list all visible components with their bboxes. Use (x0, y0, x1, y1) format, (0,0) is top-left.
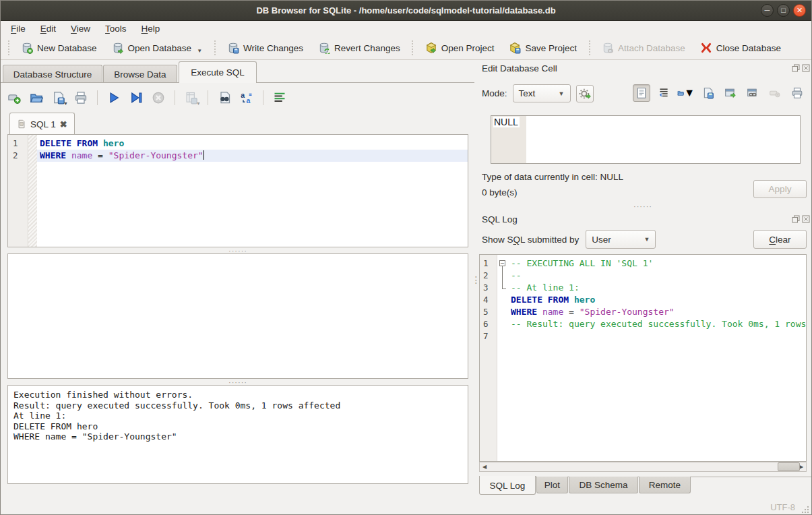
log-fold-margin[interactable]: – (497, 255, 508, 461)
new-sql-tab-button[interactable] (6, 90, 22, 106)
execute-all-button[interactable] (106, 90, 122, 106)
sql-log-viewer[interactable]: 1234567 – -- EXECUTING ALL IN 'SQL 1'---… (479, 254, 807, 462)
close-sql-tab-icon[interactable]: ✖ (60, 119, 67, 129)
menu-help[interactable]: Help (134, 22, 168, 35)
maximize-button[interactable]: □ (777, 4, 790, 17)
attach-database-button[interactable]: Attach Database (596, 39, 691, 57)
open-database-menu-caret[interactable]: ▼ (197, 48, 202, 54)
menubar: File Edit View Tools Help (1, 21, 811, 36)
open-project-button[interactable]: Open Project (419, 39, 501, 57)
editor-code-area[interactable]: DELETE FROM heroWHERE name = "Spider-You… (37, 135, 468, 247)
tab-browse-data[interactable]: Browse Data (103, 65, 177, 83)
log-code-line: -- At line 1: (508, 282, 806, 294)
float-panel-icon[interactable] (792, 215, 800, 223)
cell-mode-select[interactable]: Text▼ (513, 84, 571, 102)
log-code-line: -- Result: query executed successfully. … (508, 318, 806, 330)
toolbar-grip[interactable] (7, 40, 10, 55)
format-sql-button[interactable]: aa (239, 90, 255, 106)
menu-file[interactable]: File (3, 22, 33, 35)
log-code-line: DELETE FROM hero (508, 294, 806, 306)
revert-changes-button[interactable]: Revert Changes (312, 39, 406, 57)
log-code-line: -- EXECUTING ALL IN 'SQL 1' (508, 258, 806, 270)
save-project-button[interactable]: Save Project (503, 39, 583, 57)
log-horizontal-scrollbar[interactable]: ◀ ▶ (479, 462, 807, 472)
sql-log-title: SQL Log (482, 214, 792, 224)
dock-tab-plot[interactable]: Plot (536, 477, 568, 493)
tab-database-structure[interactable]: Database Structure (3, 65, 102, 83)
set-null-button[interactable] (766, 84, 784, 102)
execute-current-line-button[interactable] (128, 90, 144, 106)
open-database-button[interactable]: Open Database ▼ (106, 39, 209, 57)
export-cell-data-button[interactable] (699, 84, 717, 102)
editor-results-splitter[interactable] (7, 247, 468, 253)
execution-message-box[interactable]: Execution finished without errors. Resul… (7, 385, 468, 484)
svg-text:a: a (241, 91, 245, 99)
new-database-button[interactable]: New Database (15, 39, 103, 57)
sql-editor[interactable]: 12 DELETE FROM heroWHERE name = "Spider-… (7, 134, 468, 247)
open-sql-file-button[interactable] (28, 90, 44, 106)
main-vertical-splitter[interactable] (474, 60, 479, 499)
cell-value-editor[interactable]: NULL (491, 115, 801, 164)
scroll-left-arrow-icon[interactable]: ◀ (480, 462, 489, 471)
menu-tools[interactable]: Tools (98, 22, 134, 35)
close-panel-icon[interactable] (802, 64, 810, 72)
write-changes-button[interactable]: Write Changes (221, 39, 309, 57)
menu-view[interactable]: View (63, 22, 98, 35)
svg-text:a: a (246, 96, 250, 104)
save-sql-file-button[interactable]: ▼ (51, 90, 67, 106)
word-wrap-cell-button[interactable] (655, 84, 673, 102)
chevron-down-icon: ▼ (644, 236, 650, 243)
stop-icon (152, 91, 165, 104)
scrollbar-track[interactable] (489, 462, 797, 471)
close-button[interactable]: ✕ (793, 4, 806, 17)
close-database-icon (700, 42, 712, 54)
cell-type-info: Type of data currently in cell: NULL (482, 172, 623, 182)
toolbar-separator (588, 40, 591, 55)
editor-code-line[interactable]: WHERE name = "Spider-Youngster" (37, 150, 468, 162)
apply-button[interactable]: Apply (753, 180, 807, 198)
save-results-button[interactable]: ▼ (183, 90, 199, 106)
log-code-line (508, 330, 806, 342)
submitted-by-select[interactable]: User▼ (586, 230, 656, 249)
menu-edit[interactable]: Edit (33, 22, 63, 35)
stop-button[interactable] (150, 90, 166, 106)
auto-mode-gear-button[interactable] (576, 85, 594, 102)
dock-splitter[interactable] (479, 203, 807, 209)
sql-log-dock-header: SQL Log (482, 212, 810, 226)
editor-code-line[interactable]: DELETE FROM hero (37, 138, 468, 150)
titlebar[interactable]: DB Browser for SQLite - /home/user/code/… (1, 1, 811, 21)
copy-link-button[interactable] (744, 84, 761, 102)
fold-marker (497, 282, 508, 294)
float-panel-icon[interactable] (792, 64, 800, 72)
minimize-button[interactable]: ─ (761, 4, 774, 17)
cell-toolbar: ▼ (633, 84, 806, 102)
encoding-indicator[interactable]: UTF-8 (770, 502, 795, 512)
text-mode-button[interactable] (633, 84, 650, 102)
cell-mode-row: Mode: Text▼ (482, 84, 594, 102)
dock-tab-db-schema[interactable]: DB Schema (569, 477, 638, 493)
close-panel-icon[interactable] (802, 215, 810, 223)
dock-tab-remote[interactable]: Remote (639, 477, 691, 493)
word-wrap-toggle-button[interactable] (272, 90, 288, 106)
find-button[interactable] (216, 90, 232, 106)
toolbar-separator (263, 90, 263, 105)
dock-tab-sql-log[interactable]: SQL Log (479, 476, 536, 495)
fold-marker (497, 318, 508, 330)
open-in-external-app-button[interactable] (722, 84, 739, 102)
results-message-splitter[interactable] (7, 379, 468, 385)
export-icon (702, 87, 714, 99)
tab-execute-sql[interactable]: Execute SQL (179, 61, 257, 83)
clear-log-button[interactable]: Clear (753, 230, 807, 249)
import-cell-data-button[interactable]: ▼ (677, 84, 695, 102)
statusbar: UTF-8 (1, 499, 811, 515)
fold-marker[interactable]: – (497, 258, 508, 270)
print-sql-button[interactable] (73, 90, 89, 106)
resize-grip[interactable] (801, 505, 809, 514)
print-cell-button[interactable] (788, 84, 806, 102)
play-icon (107, 91, 121, 104)
scrollbar-thumb[interactable] (778, 462, 800, 471)
project-open-icon (425, 42, 437, 54)
close-database-button[interactable]: Close Database (694, 39, 787, 57)
results-grid[interactable] (7, 253, 468, 379)
sql-file-tab[interactable]: SQL 1 ✖ (9, 113, 75, 135)
